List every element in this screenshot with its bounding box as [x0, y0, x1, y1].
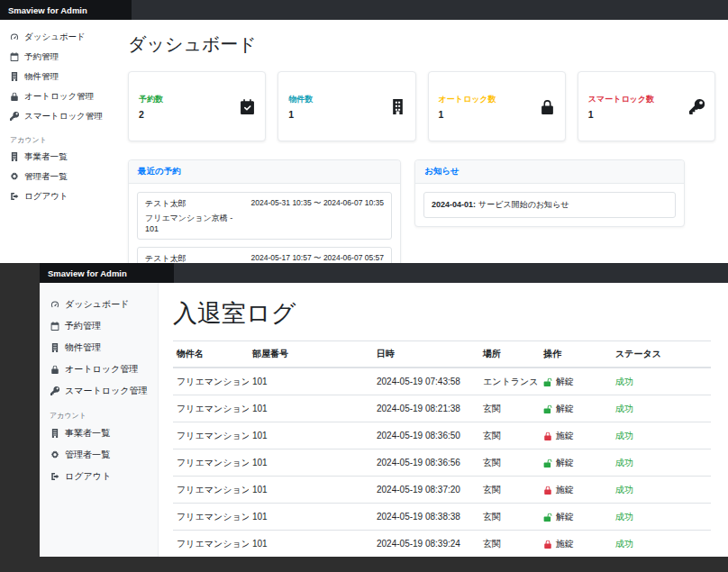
sidebar-item-label: オートロック管理: [65, 363, 138, 376]
page-title-access-log: 入退室ログ: [173, 297, 714, 330]
gear-icon: [10, 172, 19, 181]
stat-text: 予約数 2: [139, 94, 163, 120]
cell-action: 解錠: [540, 504, 612, 531]
action-label: 解錠: [556, 511, 574, 523]
sidebar-item-label: 予約管理: [24, 51, 59, 63]
sidebar-item[interactable]: 事業者一覧: [40, 422, 158, 444]
cell-place: 玄関: [479, 531, 540, 558]
sidebar-item[interactable]: ダッシュボード: [0, 27, 115, 47]
cell-property: フリエマンション京橋: [173, 368, 249, 395]
column-header: 操作: [540, 341, 612, 368]
sidebar-item[interactable]: 管理者一覧: [40, 444, 158, 466]
cell-status: 成功: [612, 449, 711, 477]
cell-room: 101: [249, 422, 373, 449]
cell-status: 成功: [612, 504, 711, 531]
notices-panel: お知らせ 2024-04-01:サービス開始のお知らせ: [414, 159, 685, 227]
sidebar-item[interactable]: オートロック管理: [0, 86, 115, 106]
cell-status: 成功: [612, 422, 711, 449]
cell-place: 玄関: [479, 395, 540, 422]
notice-text: サービス開始のお知らせ: [478, 200, 569, 209]
sidebar-main-nav: ダッシュボード 予約管理 物件管理: [0, 27, 115, 126]
building-icon: [390, 99, 405, 114]
cell-datetime: 2024-05-19 08:21:38: [373, 395, 479, 422]
reservation-info: テスト太郎 フリエマンション京橋 - 101: [145, 198, 246, 233]
cell-place: 玄関: [479, 449, 540, 477]
sidebar-item[interactable]: 予約管理: [0, 47, 115, 67]
cell-status: 成功: [612, 368, 711, 395]
building-icon: [10, 152, 19, 161]
stat-value: 1: [588, 109, 654, 120]
cell-status: 成功: [612, 531, 711, 558]
lock-icon: [10, 92, 19, 101]
stat-card: オートロック数 1: [428, 71, 566, 141]
cell-action: 施錠: [540, 422, 612, 449]
cell-status: 成功: [612, 477, 711, 504]
log-content: 入退室ログ 物件名部屋番号日時場所操作ステータス フリエマンション京橋 101: [159, 283, 728, 557]
log-row: フリエマンション京橋 101 2024-05-19 08:36:50 玄関 施錠: [173, 422, 711, 449]
panel-title-notices: お知らせ: [415, 160, 684, 184]
cell-datetime: 2024-05-19 08:39:24: [373, 531, 479, 558]
sidebar-item[interactable]: 物件管理: [40, 337, 158, 359]
sidebar-item[interactable]: ダッシュボード: [40, 294, 158, 315]
cell-action: 施錠: [540, 531, 612, 558]
sidebar-item-label: 予約管理: [65, 320, 101, 332]
sidebar-item[interactable]: オートロック管理: [40, 359, 158, 380]
table-body: フリエマンション京橋 101 2024-05-19 07:43:58 エントラン…: [173, 368, 711, 557]
table-header-row: 物件名部屋番号日時場所操作ステータス: [173, 341, 711, 368]
sidebar-item[interactable]: スマートロック管理: [0, 106, 115, 126]
top-navbar: Smaview for Admin: [40, 263, 728, 283]
stat-value: 2: [139, 109, 163, 120]
key-icon: [50, 386, 59, 395]
lock-icon: [543, 540, 552, 549]
unlock-icon: [543, 459, 552, 468]
logout-icon: [10, 192, 19, 201]
cell-room: 101: [249, 504, 373, 531]
action-label: 施錠: [556, 538, 574, 550]
stat-cards-row: 予約数 2 物件数 1: [128, 71, 715, 141]
brand-link[interactable]: Smaview for Admin: [40, 263, 174, 283]
log-row: フリエマンション京橋 101 2024-05-19 08:21:38 玄関 解錠: [173, 395, 711, 422]
panel-title-reservations: 最近の予約: [129, 160, 400, 184]
reservation-guest-name: テスト太郎: [145, 253, 246, 263]
stat-label: 予約数: [139, 94, 163, 105]
sidebar-item-label: 管理者一覧: [65, 449, 110, 461]
action-indicator: 解錠: [543, 376, 574, 388]
cell-action: 解錠: [540, 449, 612, 477]
sidebar-item[interactable]: 予約管理: [40, 315, 158, 337]
cell-action: 解錠: [540, 395, 612, 422]
sidebar-item[interactable]: 事業者一覧: [0, 147, 115, 167]
cell-room: 101: [249, 449, 373, 477]
reservation-guest-name: テスト太郎: [145, 198, 246, 210]
calendar-icon: [50, 322, 59, 331]
cell-datetime: 2024-05-19 08:37:20: [373, 477, 479, 504]
sidebar-item-label: 物件管理: [24, 71, 59, 83]
column-header: 場所: [479, 341, 540, 368]
cell-action: 施錠: [540, 477, 612, 504]
lock-icon: [50, 365, 59, 374]
composite-canvas: Smaview for Admin ダッシュボード 予約管理: [0, 0, 728, 572]
key-icon: [689, 99, 705, 114]
notice-date: 2024-04-01:: [432, 200, 476, 209]
sidebar-item[interactable]: ログアウト: [0, 186, 115, 206]
action-indicator: 施錠: [543, 538, 574, 550]
cell-property: フリエマンション京橋: [173, 504, 249, 531]
brand-link[interactable]: Smaview for Admin: [0, 0, 132, 20]
column-header: 部屋番号: [249, 341, 373, 368]
sidebar-item[interactable]: ログアウト: [40, 466, 158, 487]
sidebar-item-label: オートロック管理: [24, 91, 94, 103]
unlock-icon: [543, 404, 552, 413]
unlock-icon: [543, 377, 552, 386]
calendar-icon: [10, 52, 19, 61]
sidebar-item[interactable]: 物件管理: [0, 67, 115, 86]
reservation-info: テスト太郎 フリエマンション京橋 - 101: [145, 253, 246, 263]
sidebar-item-label: ログアウト: [24, 191, 68, 203]
access-log-screenshot: Smaview for Admin ダッシュボード 予約管理: [40, 263, 728, 557]
sidebar-item[interactable]: スマートロック管理: [40, 380, 158, 402]
sidebar-item[interactable]: 管理者一覧: [0, 167, 115, 186]
dashboard-icon: [50, 300, 59, 309]
notices-list: 2024-04-01:サービス開始のお知らせ: [415, 184, 684, 226]
sidebar-item-label: スマートロック管理: [24, 111, 103, 123]
lock-icon: [543, 486, 552, 495]
column-header: 物件名: [173, 341, 249, 368]
cell-action: 解錠: [540, 368, 612, 395]
